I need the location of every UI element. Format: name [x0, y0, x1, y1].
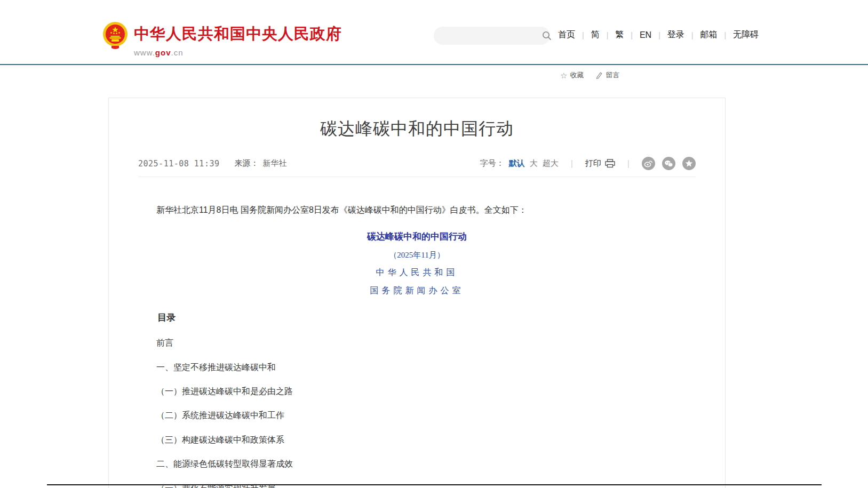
nav-accessibility[interactable]: 无障碍	[726, 29, 766, 41]
weibo-share-button[interactable]	[642, 157, 655, 170]
share-icons	[642, 157, 696, 170]
print-label: 打印	[585, 158, 601, 169]
search-box	[434, 27, 550, 45]
nav-simplified[interactable]: 简	[584, 29, 607, 41]
publish-date: 2025-11-08 11:39	[138, 159, 220, 169]
printer-icon	[605, 159, 615, 168]
article-card: 碳达峰碳中和的中国行动 2025-11-08 11:39 来源： 新华社 字号：…	[108, 98, 726, 488]
url-gov: gov	[155, 48, 171, 57]
meta-divider: |	[627, 159, 630, 169]
url-cn: .cn	[171, 48, 184, 57]
document-issuer-office: 国务院新闻办公室	[139, 285, 695, 297]
source-label: 来源：	[235, 158, 259, 169]
search-icon	[542, 31, 552, 41]
font-size-xlarge[interactable]: 超大	[543, 158, 559, 169]
document-date: （2025年11月）	[139, 250, 695, 260]
nav-english[interactable]: EN	[633, 30, 658, 40]
weibo-icon	[644, 159, 653, 167]
search-button[interactable]	[542, 27, 552, 45]
article-body: 新华社北京11月8日电 国务院新闻办公室8日发布《碳达峰碳中和的中国行动》白皮书…	[109, 205, 725, 488]
search-input[interactable]	[434, 27, 542, 45]
toc-item-1: 一、坚定不移推进碳达峰碳中和	[139, 363, 695, 372]
meta-divider: |	[571, 159, 573, 169]
qzone-star-icon	[685, 159, 693, 167]
toc-item-1-1: （一）推进碳达峰碳中和是必由之路	[139, 387, 695, 396]
qzone-share-button[interactable]	[682, 157, 696, 170]
document-issuer-country: 中华人民共和国	[139, 267, 695, 278]
favorite-button[interactable]: ☆ 收藏	[560, 70, 584, 80]
wechat-icon	[664, 160, 673, 167]
toc-item-1-2: （二）系统推进碳达峰碳中和工作	[139, 411, 695, 420]
source-value[interactable]: 新华社	[263, 158, 287, 169]
page: 中华人民共和国中央人民政府 www.gov.cn 首页| 简| 繁| EN| 登…	[0, 0, 868, 488]
meta-right: 字号： 默认 大 超大 | 打印 |	[480, 157, 696, 170]
toc-item-2: 二、能源绿色低碳转型取得显著成效	[139, 459, 695, 469]
print-button[interactable]: 打印	[585, 158, 615, 169]
document-title: 碳达峰碳中和的中国行动	[139, 230, 695, 243]
article-title: 碳达峰碳中和的中国行动	[109, 117, 725, 141]
star-icon: ☆	[560, 71, 567, 79]
toc-heading: 目录	[139, 311, 695, 324]
article-actions: ☆ 收藏 留言	[560, 70, 619, 80]
bottom-edge-line	[47, 484, 822, 485]
toc-item-preface: 前言	[139, 338, 695, 348]
font-size-large[interactable]: 大	[530, 158, 538, 169]
meta-divider-line	[138, 177, 696, 177]
nav-mail[interactable]: 邮箱	[693, 29, 724, 41]
font-size-default[interactable]: 默认	[509, 158, 525, 169]
national-emblem-icon	[102, 21, 129, 50]
article-meta-row: 2025-11-08 11:39 来源： 新华社 字号： 默认 大 超大 | 打…	[138, 157, 696, 170]
meta-left: 2025-11-08 11:39 来源： 新华社	[138, 158, 287, 169]
nav-login[interactable]: 登录	[660, 29, 691, 41]
lead-paragraph: 新华社北京11月8日电 国务院新闻办公室8日发布《碳达峰碳中和的中国行动》白皮书…	[139, 205, 695, 215]
site-brand[interactable]: 中华人民共和国中央人民政府 www.gov.cn	[134, 23, 342, 57]
top-nav: 首页| 简| 繁| EN| 登录| 邮箱| 无障碍	[556, 29, 766, 41]
message-label: 留言	[606, 70, 619, 80]
toc-item-1-3: （三）构建碳达峰碳中和政策体系	[139, 435, 695, 445]
nav-home[interactable]: 首页	[556, 29, 582, 41]
site-title: 中华人民共和国中央人民政府	[134, 23, 342, 45]
url-www: www.	[134, 48, 155, 57]
favorite-label: 收藏	[570, 70, 584, 80]
font-size-label: 字号：	[480, 158, 504, 169]
site-header: 中华人民共和国中央人民政府 www.gov.cn 首页| 简| 繁| EN| 登…	[0, 0, 868, 65]
wechat-share-button[interactable]	[662, 157, 675, 170]
pencil-icon	[595, 71, 603, 79]
message-button[interactable]: 留言	[595, 70, 619, 80]
nav-traditional[interactable]: 繁	[608, 29, 631, 41]
site-url: www.gov.cn	[134, 48, 342, 57]
